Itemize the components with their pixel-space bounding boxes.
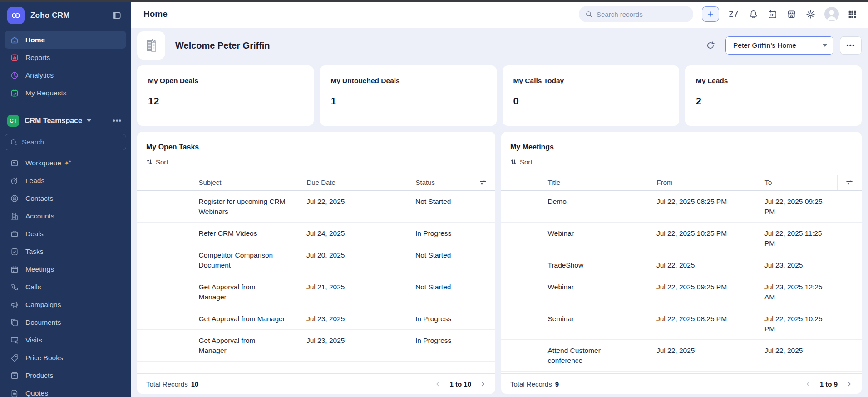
task-status: In Progress [410, 308, 471, 329]
sidebar-item-visits[interactable]: Visits [5, 331, 126, 349]
meeting-to: Jul 22, 2025 11:25 PM [759, 222, 837, 254]
home-view-dropdown[interactable]: Peter Griffin's Home [725, 36, 833, 55]
analytics-icon [10, 71, 19, 80]
column-header-status[interactable]: Status [410, 175, 471, 190]
teamspace-badge: CT [7, 115, 19, 127]
open-tasks-widget: My Open Tasks Sort Subject [137, 132, 495, 394]
user-avatar[interactable] [824, 7, 839, 21]
accounts-icon [10, 212, 19, 221]
column-header-from[interactable]: From [651, 175, 759, 190]
task-row[interactable]: Register for upcoming CRM Webinars Jul 2… [137, 190, 495, 222]
sidebar-item-my-requests[interactable]: My Requests [5, 84, 126, 102]
column-header-subject[interactable]: Subject [193, 175, 301, 190]
task-subject: Competitor Comparison Document [193, 244, 301, 276]
page-title: Home [143, 9, 168, 19]
meeting-row[interactable]: Webinar Jul 22, 2025 09:25 PM Jul 23, 20… [501, 276, 862, 308]
meeting-row[interactable]: Demo Jul 22, 2025 08:25 PM Jul 22, 2025 … [501, 190, 862, 222]
teamspace-selector[interactable]: CT CRM Teamspace ••• [0, 109, 131, 132]
global-search-input[interactable] [597, 10, 674, 18]
quick-create-button[interactable] [702, 6, 719, 22]
refresh-icon[interactable] [705, 40, 715, 50]
column-settings-icon[interactable] [845, 179, 853, 187]
column-header-to[interactable]: To [759, 175, 837, 190]
campaigns-icon [10, 300, 19, 309]
ai-sparkle-icon: ✦✦ [64, 159, 72, 167]
stat-card-label: My Open Deals [148, 77, 303, 85]
sidebar-item-quotes[interactable]: Quotes [5, 384, 126, 397]
task-due-date: Jul 22, 2025 [301, 190, 410, 222]
tasks-sort-button[interactable]: Sort [146, 158, 168, 166]
next-page-icon[interactable] [846, 381, 853, 387]
task-status: Not Started [410, 190, 471, 222]
stat-card-value: 12 [148, 95, 303, 107]
stat-cards-row: My Open Deals 12 My Untouched Deals 1 My… [137, 65, 862, 126]
row-select-cell [501, 222, 542, 254]
sort-label: Sort [520, 158, 533, 166]
sidebar-item-campaigns[interactable]: Campaigns [5, 296, 126, 313]
notifications-bell-icon[interactable] [748, 9, 759, 20]
meeting-from: Jul 22, 2025 08:25 PM [651, 308, 759, 339]
sidebar-search-input[interactable] [22, 138, 99, 146]
row-select-cell [137, 222, 193, 244]
sort-arrows-icon [510, 159, 517, 165]
sidebar-item-tasks[interactable]: Tasks [5, 243, 126, 260]
stat-card-calls-today[interactable]: My Calls Today 0 [503, 65, 679, 126]
meeting-row[interactable]: TradeShow Jul 22, 2025 Jul 23, 2025 [501, 254, 862, 276]
sidebar-collapse-icon[interactable] [112, 10, 122, 20]
column-header-title[interactable]: Title [542, 175, 651, 190]
stat-card-open-deals[interactable]: My Open Deals 12 [137, 65, 314, 126]
sidebar-item-products[interactable]: Products [5, 367, 126, 384]
sidebar-item-analytics[interactable]: Analytics [5, 66, 126, 84]
total-records-label: Total Records [146, 380, 188, 388]
task-status: Not Started [410, 244, 471, 276]
my-requests-icon [10, 89, 19, 98]
zoho-crm-logo[interactable] [7, 7, 25, 24]
page-range: 1 to 10 [449, 380, 471, 388]
stat-card-value: 0 [513, 95, 668, 107]
sidebar-item-label: Accounts [25, 212, 54, 220]
previous-page-icon[interactable] [434, 381, 441, 387]
sidebar-item-leads[interactable]: Leads [5, 172, 126, 189]
reports-icon [10, 53, 19, 62]
stat-card-leads[interactable]: My Leads 2 [685, 65, 862, 126]
settings-gear-icon[interactable] [805, 9, 816, 20]
meeting-row[interactable]: Webinar Jul 22, 2025 10:25 PM Jul 22, 20… [501, 222, 862, 254]
row-select-cell [501, 308, 542, 339]
column-settings-icon[interactable] [479, 179, 487, 187]
stat-card-untouched-deals[interactable]: My Untouched Deals 1 [320, 65, 496, 126]
next-page-icon[interactable] [479, 381, 486, 387]
meeting-title: Demo [542, 190, 651, 222]
sidebar-item-accounts[interactable]: Accounts [5, 207, 126, 225]
zia-icon[interactable] [728, 9, 740, 20]
sidebar-item-contacts[interactable]: Contacts [5, 189, 126, 207]
calendar-icon[interactable] [767, 9, 778, 20]
sidebar-search[interactable] [5, 134, 126, 150]
column-header-due-date[interactable]: Due Date [301, 175, 410, 190]
sidebar-item-deals[interactable]: Deals [5, 225, 126, 243]
sidebar-item-home[interactable]: Home [5, 31, 126, 49]
stat-card-label: My Untouched Deals [330, 77, 485, 85]
sidebar-item-workqueue[interactable]: Workqueue ✦✦ [5, 154, 126, 172]
task-row[interactable]: Competitor Comparison Document Jul 20, 2… [137, 244, 495, 276]
task-row[interactable]: Refer CRM Videos Jul 24, 2025 In Progres… [137, 222, 495, 244]
marketplace-icon[interactable] [786, 9, 797, 20]
task-row[interactable]: Get Approval from Manager Jul 23, 2025 I… [137, 308, 495, 329]
row-select-cell [137, 329, 193, 361]
meetings-sort-button[interactable]: Sort [510, 158, 533, 166]
meeting-row[interactable]: Attend Customer conference Jul 22, 2025 … [501, 339, 862, 371]
sidebar-item-meetings[interactable]: Meetings [5, 260, 126, 278]
sidebar-item-documents[interactable]: Documents [5, 313, 126, 331]
sidebar-item-calls[interactable]: Calls [5, 278, 126, 296]
main-area: Home [131, 0, 868, 397]
more-options-button[interactable]: ••• [840, 36, 862, 55]
teamspace-more-icon[interactable]: ••• [113, 117, 122, 125]
apps-grid-icon[interactable] [848, 10, 857, 19]
global-search[interactable] [579, 6, 693, 22]
task-row[interactable]: Get Apporval from Manager Jul 23, 2025 I… [137, 329, 495, 361]
sidebar-item-reports[interactable]: Reports [5, 49, 126, 66]
task-row[interactable]: Get Apporval from Manager Jul 21, 2025 N… [137, 276, 495, 308]
previous-page-icon[interactable] [805, 381, 812, 387]
meeting-row[interactable]: Seminar Jul 22, 2025 08:25 PM Jul 22, 20… [501, 308, 862, 339]
sidebar-item-price-books[interactable]: Price Books [5, 349, 126, 367]
row-select-cell [501, 254, 542, 276]
